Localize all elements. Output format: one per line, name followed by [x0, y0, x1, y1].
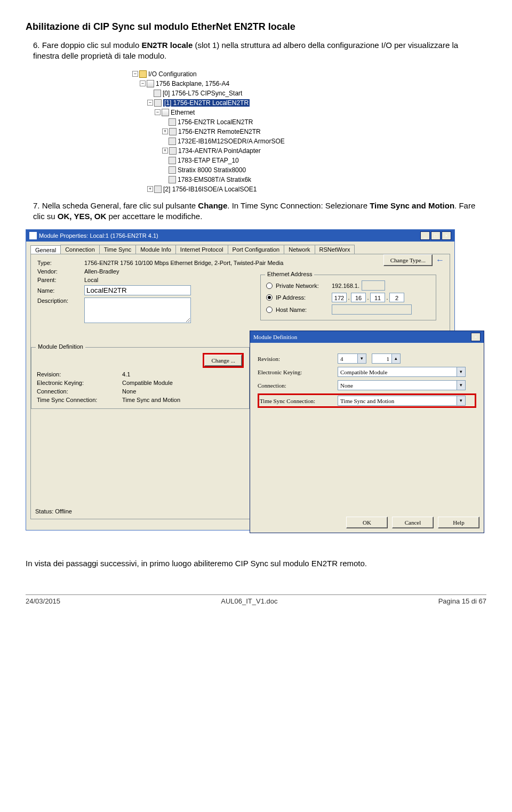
list-number: 6.	[33, 41, 40, 50]
module-icon	[169, 128, 177, 135]
titlebar[interactable]: Module Definition ×	[250, 331, 484, 343]
text-bold: Change	[198, 201, 227, 210]
ekeying-dropdown[interactable]: Compatible Module▾	[338, 367, 466, 377]
tree-node[interactable]: −Ethernet	[132, 108, 486, 117]
label: Time Sync Connection:	[260, 398, 338, 404]
close-button[interactable]: ×	[471, 333, 481, 341]
revision-minor-spinner[interactable]: 1▴	[372, 353, 401, 364]
expand-icon[interactable]: +	[147, 186, 153, 192]
ok-button[interactable]: OK	[346, 517, 388, 528]
tree-node[interactable]: −1756 Backplane, 1756-A4	[132, 79, 486, 89]
label: Electronic Keying:	[37, 380, 122, 386]
tab-portconfig[interactable]: Port Configuration	[228, 245, 285, 254]
revision-major-dropdown[interactable]: 4▾	[338, 353, 366, 364]
label: Electronic Keying:	[258, 369, 338, 375]
tab-strip: General Connection Time Sync Module Info…	[30, 245, 454, 254]
radio-private-network[interactable]	[266, 283, 273, 289]
text: . In Time Sync Connection: Selezionare	[227, 201, 370, 210]
private-net-octet[interactable]	[362, 280, 385, 291]
tree-node[interactable]: 1783-ETAP ETAP_10	[132, 156, 486, 165]
label: Connection:	[258, 382, 338, 389]
host-name-input[interactable]	[332, 304, 412, 315]
dialog-icon: Module Properties: Local:1 (1756-EN2TR 4…	[29, 232, 158, 239]
name-input[interactable]	[84, 285, 191, 295]
tree-node[interactable]: +1734-AENTR/A PointAdapter	[132, 146, 486, 156]
module-icon	[154, 99, 162, 107]
tree-node[interactable]: +[2] 1756-IB16ISOE/A LocalSOE1	[132, 184, 486, 194]
private-net-prefix: 192.168.1.	[332, 283, 359, 289]
label: Name:	[37, 287, 84, 294]
dialog-composite: Module Properties: Local:1 (1756-EN2TR 4…	[26, 229, 490, 544]
module-icon	[169, 176, 176, 183]
tree-node[interactable]: 1756-EN2TR LocalEN2TR	[132, 117, 486, 127]
tree-node[interactable]: −I/O Configuration	[132, 69, 486, 79]
tsc-dropdown[interactable]: Time Sync and Motion▾	[338, 396, 466, 406]
tree-node[interactable]: +1756-EN2TR RemoteEN2TR	[132, 127, 486, 136]
tree-label: [2] 1756-IB16ISOE/A LocalSOE1	[163, 186, 257, 193]
closing-paragraph: In vista dei passaggi successivi, in pri…	[26, 559, 486, 568]
tree-node-selected[interactable]: −[1] 1756-EN2TR LocalEN2TR	[132, 98, 486, 108]
tab-connection[interactable]: Connection	[60, 245, 100, 254]
tree-node[interactable]: Stratix 8000 Stratix8000	[132, 165, 486, 175]
tree-node[interactable]: 1783-EMS08T/A Stratix6k	[132, 175, 486, 184]
module-icon	[169, 147, 177, 155]
tree-label: 1756-EN2TR LocalEN2TR	[178, 118, 253, 126]
io-config-tree: −I/O Configuration −1756 Backplane, 1756…	[132, 69, 486, 194]
module-icon	[169, 166, 176, 174]
label: Connection:	[37, 388, 122, 395]
highlight-change-button: Change ...	[203, 353, 244, 368]
rev-major-value: 4	[338, 356, 357, 362]
change-button[interactable]: Change ...	[204, 355, 242, 366]
tab-internetprotocol[interactable]: Internet Protocol	[175, 245, 228, 254]
label: Time Sync Connection:	[37, 397, 122, 403]
collapse-icon[interactable]: −	[147, 100, 153, 106]
cancel-button[interactable]: Cancel	[392, 517, 434, 528]
tab-general[interactable]: General	[30, 245, 61, 254]
dropdown-arrow-icon[interactable]: ▾	[457, 381, 465, 390]
module-definition-dialog: Module Definition × Revision: 4▾ 1▴ Elec…	[250, 331, 484, 533]
expand-icon[interactable]: +	[162, 128, 168, 134]
tree-node[interactable]: 1732E-IB16M12SOEDR/A ArmorSOE	[132, 136, 486, 146]
tree-label: Ethernet	[171, 109, 195, 116]
collapse-icon[interactable]: −	[132, 71, 138, 77]
ethernet-icon	[162, 109, 169, 116]
spinner-icon[interactable]: ▴	[391, 354, 400, 363]
dialog-title: Module Definition	[253, 334, 297, 340]
collapse-icon[interactable]: −	[155, 109, 161, 115]
paragraph-7: 7. Nella scheda General, fare clic sul p…	[33, 200, 486, 222]
description-input[interactable]	[84, 298, 191, 323]
minimize-button[interactable]: _	[420, 231, 430, 240]
collapse-icon[interactable]: −	[140, 81, 146, 86]
connection-dropdown[interactable]: None▾	[338, 380, 466, 390]
text-bold: OK, YES, OK	[58, 212, 106, 221]
change-type-button[interactable]: Change Type...	[383, 254, 433, 266]
ip-octet-2[interactable]: 16	[351, 293, 366, 302]
text: Fare doppio clic sul modulo	[42, 41, 142, 50]
dropdown-arrow-icon[interactable]: ▾	[457, 396, 465, 405]
radio-ip-address[interactable]	[266, 294, 273, 301]
tab-network[interactable]: Network	[284, 245, 315, 254]
revision-value: 4.1	[122, 371, 130, 377]
label: Revision:	[37, 371, 122, 377]
dropdown-arrow-icon[interactable]: ▾	[357, 354, 366, 363]
ekeying-value: Compatible Module	[338, 369, 457, 375]
group-legend: Ethernet Address	[265, 271, 314, 277]
tab-moduleinfo[interactable]: Module Info	[135, 245, 175, 254]
maximize-button[interactable]: □	[431, 231, 441, 240]
label: Private Network:	[276, 283, 332, 289]
expand-icon[interactable]: +	[162, 148, 168, 154]
tree-node[interactable]: [0] 1756-L75 CIPSync_Start	[132, 89, 486, 98]
ip-octet-3[interactable]: 11	[370, 293, 385, 302]
ip-octet-4[interactable]: 2	[389, 293, 404, 302]
dropdown-arrow-icon[interactable]: ▾	[457, 367, 465, 376]
tab-timesync[interactable]: Time Sync	[99, 245, 137, 254]
help-button[interactable]: Help	[438, 517, 479, 528]
highlight-tsc-row: Time Sync Connection: Time Sync and Moti…	[258, 393, 476, 408]
section-heading: Abilitazione di CIP Sync sul modulo Ethe…	[26, 21, 486, 33]
tab-rsnetworx[interactable]: RSNetWorx	[315, 245, 355, 254]
radio-host-name[interactable]	[266, 307, 273, 313]
text: per accettare le modifiche.	[106, 212, 202, 221]
ip-octet-1[interactable]: 172	[332, 293, 347, 302]
titlebar[interactable]: Module Properties: Local:1 (1756-EN2TR 4…	[26, 230, 454, 242]
close-button[interactable]: ×	[442, 231, 451, 240]
